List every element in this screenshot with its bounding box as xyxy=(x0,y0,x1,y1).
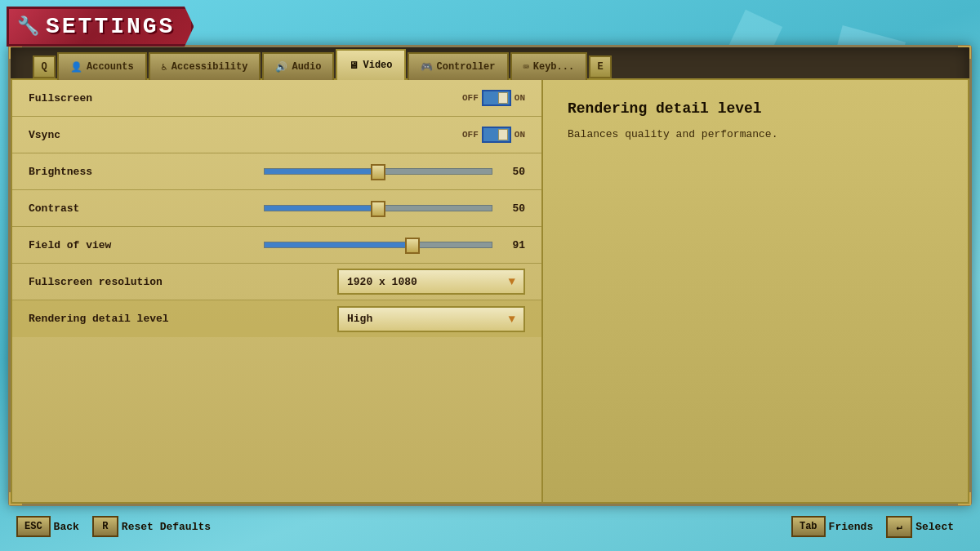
rendering-control: High ▼ xyxy=(192,306,525,332)
tab-keyboard-label: Keyb... xyxy=(533,61,574,73)
content-area: Fullscreen OFF ON Vsync OFF xyxy=(11,78,969,504)
brightness-control: 50 xyxy=(192,166,525,178)
tab-audio-label: Audio xyxy=(292,61,321,73)
bottom-left-controls: ESC Back R Reset Defaults xyxy=(16,516,220,537)
contrast-fill xyxy=(265,206,378,211)
fov-fill xyxy=(265,242,412,247)
vsync-toggle-container[interactable]: OFF ON xyxy=(462,127,525,143)
vsync-toggle[interactable] xyxy=(482,127,511,143)
rendering-label: Rendering detail level xyxy=(29,313,192,325)
title-banner: 🔧 SETTINGS xyxy=(7,7,194,47)
resolution-label: Fullscreen resolution xyxy=(29,276,192,288)
brightness-thumb[interactable] xyxy=(371,164,385,180)
select-label: Select xyxy=(915,521,954,533)
left-panel: Fullscreen OFF ON Vsync OFF xyxy=(12,80,543,502)
fov-slider[interactable] xyxy=(264,242,492,248)
fullscreen-row: Fullscreen OFF ON xyxy=(12,80,541,117)
contrast-row: Contrast 50 xyxy=(12,190,541,227)
rendering-row: Rendering detail level High ▼ xyxy=(12,300,541,337)
rendering-arrow-icon: ▼ xyxy=(509,313,515,326)
reset-label: Reset Defaults xyxy=(122,521,211,533)
brightness-slider[interactable] xyxy=(264,168,492,175)
brightness-label: Brightness xyxy=(29,166,192,178)
rendering-dropdown[interactable]: High ▼ xyxy=(337,306,525,332)
bottom-right-controls: Tab Friends ↵ Select xyxy=(791,516,964,538)
tab-keyboard[interactable]: ⌨ Keyb... xyxy=(510,52,588,80)
tab-controller[interactable]: 🎮 Controller xyxy=(408,52,509,80)
esc-key[interactable]: ESC xyxy=(16,516,51,537)
resolution-arrow-icon: ▼ xyxy=(509,275,515,288)
resolution-row: Fullscreen resolution 1920 x 1080 ▼ xyxy=(12,264,541,300)
tab-accessibility-label: Accessibility xyxy=(172,61,248,73)
right-panel: Rendering detail level Balances quality … xyxy=(543,80,968,502)
resolution-control: 1920 x 1080 ▼ xyxy=(192,269,525,295)
fov-control: 91 xyxy=(192,239,525,251)
r-key[interactable]: R xyxy=(92,516,118,537)
fullscreen-toggle-thumb xyxy=(498,92,508,104)
controller-icon: 🎮 xyxy=(421,61,433,73)
friends-label: Friends xyxy=(829,521,874,533)
e-button[interactable]: E xyxy=(589,56,612,78)
audio-icon: 🔊 xyxy=(275,61,287,73)
bottom-bar: ESC Back R Reset Defaults Tab Friends ↵ … xyxy=(8,509,972,544)
tab-video-label: Video xyxy=(363,60,392,71)
tab-audio[interactable]: 🔊 Audio xyxy=(262,52,334,80)
vsync-off-label: OFF xyxy=(462,130,479,140)
accounts-icon: 👤 xyxy=(70,61,82,73)
vsync-toggle-thumb xyxy=(498,129,508,140)
contrast-control: 50 xyxy=(192,202,525,215)
tabs-row: Q 👤 Accounts ♿ Accessibility 🔊 Audio 🖥 V… xyxy=(8,47,972,80)
page-title: SETTINGS xyxy=(46,14,175,39)
vsync-label: Vsync xyxy=(29,129,192,141)
vsync-control: OFF ON xyxy=(192,127,525,143)
tab-accounts-label: Accounts xyxy=(87,61,134,73)
brightness-row: Brightness 50 xyxy=(12,153,541,190)
fov-row: Field of view 91 xyxy=(12,227,541,264)
vsync-on-label: ON xyxy=(514,130,525,140)
video-icon: 🖥 xyxy=(349,60,359,72)
q-button[interactable]: Q xyxy=(33,56,56,78)
fov-value: 91 xyxy=(501,239,525,251)
detail-title: Rendering detail level xyxy=(568,100,943,117)
tab-video[interactable]: 🖥 Video xyxy=(336,49,405,80)
fullscreen-toggle[interactable] xyxy=(482,90,511,106)
vsync-row: Vsync OFF ON xyxy=(12,117,541,153)
brightness-value: 50 xyxy=(501,166,525,178)
fov-label: Field of view xyxy=(29,239,192,251)
contrast-value: 50 xyxy=(501,202,525,215)
detail-description: Balances quality and performance. xyxy=(568,127,943,143)
rendering-value: High xyxy=(347,313,372,325)
fullscreen-on-label: ON xyxy=(514,93,525,103)
resolution-dropdown[interactable]: 1920 x 1080 ▼ xyxy=(337,269,525,295)
tab-accessibility[interactable]: ♿ Accessibility xyxy=(149,52,261,80)
contrast-label: Contrast xyxy=(29,202,192,215)
tab-accounts[interactable]: 👤 Accounts xyxy=(57,52,147,80)
contrast-slider[interactable] xyxy=(264,205,492,211)
tab-controller-label: Controller xyxy=(437,61,496,73)
accessibility-icon: ♿ xyxy=(162,61,167,73)
back-label: Back xyxy=(54,521,79,533)
fov-thumb[interactable] xyxy=(405,238,420,254)
contrast-thumb[interactable] xyxy=(371,201,385,217)
fullscreen-off-label: OFF xyxy=(462,93,479,103)
fullscreen-label: Fullscreen xyxy=(29,92,192,104)
fullscreen-control: OFF ON xyxy=(192,90,525,106)
brightness-fill xyxy=(265,169,378,174)
keyboard-icon: ⌨ xyxy=(523,61,529,73)
tab-key[interactable]: Tab xyxy=(791,516,826,537)
enter-key[interactable]: ↵ xyxy=(886,516,912,538)
resolution-value: 1920 x 1080 xyxy=(347,276,417,288)
fullscreen-toggle-container[interactable]: OFF ON xyxy=(462,90,525,106)
settings-icon: 🔧 xyxy=(17,16,39,38)
